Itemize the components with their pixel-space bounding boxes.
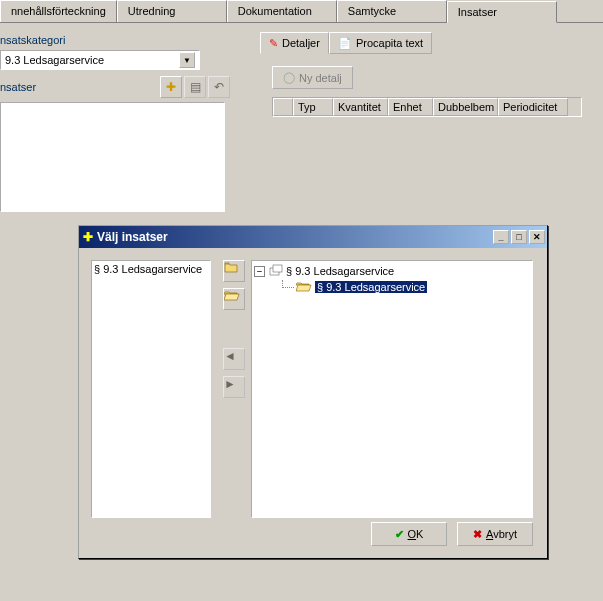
tab-samtycke[interactable]: Samtycke xyxy=(337,0,447,22)
folder-buttons xyxy=(221,260,245,316)
add-insats-button[interactable]: ✚ xyxy=(160,76,182,98)
move-right-button: ► xyxy=(223,376,245,398)
folders-icon xyxy=(269,263,283,279)
new-detail-button: ◯ Ny detalj xyxy=(272,66,353,89)
th-typ[interactable]: Typ xyxy=(293,98,333,116)
chevron-right-icon: ► xyxy=(224,377,236,391)
edit-insats-button: ▤ xyxy=(184,76,206,98)
svg-rect-1 xyxy=(273,265,282,272)
close-button[interactable]: ✕ xyxy=(529,230,545,244)
selected-item[interactable]: § 9.3 Ledsagarservice xyxy=(94,263,202,275)
kategori-value: 9.3 Ledsagarservice xyxy=(5,54,104,66)
folder-closed-icon xyxy=(224,261,238,273)
check-icon: ✔ xyxy=(395,528,404,541)
tree-line xyxy=(282,280,294,288)
dialog-titlebar[interactable]: ✚ Välj insatser _ □ ✕ xyxy=(79,226,547,248)
details-icon: ✎ xyxy=(269,37,278,50)
cancel-button[interactable]: ✖ Avbryt xyxy=(457,522,533,546)
insatser-label: nsatser xyxy=(0,81,158,93)
th-dubbelbem[interactable]: Dubbelbem xyxy=(433,98,498,116)
subtab-detaljer[interactable]: ✎ Detaljer xyxy=(260,32,329,54)
tree-child-row[interactable]: § 9.3 Ledsagarservice xyxy=(254,279,530,295)
cross-icon: ✖ xyxy=(473,528,482,541)
th-enhet[interactable]: Enhet xyxy=(388,98,433,116)
tree-child-label: § 9.3 Ledsagarservice xyxy=(315,281,427,293)
new-detail-label: Ny detalj xyxy=(299,72,342,84)
subtab-procapita[interactable]: 📄 Procapita text xyxy=(329,32,432,54)
tab-insatser[interactable]: Insatser xyxy=(447,1,557,23)
kategori-select[interactable]: 9.3 Ledsagarservice ▼ xyxy=(0,50,200,70)
dialog-body: § 9.3 Ledsagarservice ◄ ► − § 9.3 Ledsag… xyxy=(79,248,547,558)
minimize-button[interactable]: _ xyxy=(493,230,509,244)
tab-dokumentation[interactable]: Dokumentation xyxy=(227,0,337,22)
tree-root-row[interactable]: − § 9.3 Ledsagarservice xyxy=(254,263,530,279)
kategori-label: nsatskategori xyxy=(0,34,230,46)
left-panel: nsatskategori 9.3 Ledsagarservice ▼ nsat… xyxy=(0,28,230,212)
insatser-tree[interactable]: − § 9.3 Ledsagarservice § 9.3 Ledsagarse… xyxy=(251,260,533,518)
dropdown-icon[interactable]: ▼ xyxy=(179,52,195,68)
th-kvantitet[interactable]: Kvantitet xyxy=(333,98,388,116)
right-panel: ✎ Detaljer 📄 Procapita text ◯ Ny detalj … xyxy=(260,28,603,117)
tab-innehall[interactable]: nnehållsförteckning xyxy=(0,0,117,22)
valj-insatser-dialog: ✚ Välj insatser _ □ ✕ § 9.3 Ledsagarserv… xyxy=(78,225,548,559)
cancel-label: Avbryt xyxy=(486,528,517,540)
tree-root-label: § 9.3 Ledsagarservice xyxy=(286,265,394,277)
subtab-procapita-label: Procapita text xyxy=(356,37,423,49)
details-table-header: Typ Kvantitet Enhet Dubbelbem Periodicit… xyxy=(272,97,582,117)
main-tab-bar: nnehållsförteckning Utredning Dokumentat… xyxy=(0,0,603,23)
ok-button[interactable]: ✔ OK xyxy=(371,522,447,546)
circle-icon: ◯ xyxy=(283,71,295,84)
folder-open-button[interactable] xyxy=(223,288,245,310)
folder-closed-button[interactable] xyxy=(223,260,245,282)
folder-open-icon xyxy=(224,289,240,301)
subtab-bar: ✎ Detaljer 📄 Procapita text xyxy=(260,32,603,54)
chevron-left-icon: ◄ xyxy=(224,349,236,363)
tab-utredning[interactable]: Utredning xyxy=(117,0,227,22)
dialog-title: Välj insatser xyxy=(97,230,168,244)
text-icon: 📄 xyxy=(338,37,352,50)
ok-label: OK xyxy=(408,528,424,540)
maximize-button[interactable]: □ xyxy=(511,230,527,244)
collapse-icon[interactable]: − xyxy=(254,266,265,277)
dialog-button-row: ✔ OK ✖ Avbryt xyxy=(371,522,533,546)
move-left-button: ◄ xyxy=(223,348,245,370)
folder-open-icon xyxy=(296,280,312,294)
move-buttons: ◄ ► xyxy=(221,348,245,404)
th-blank[interactable] xyxy=(273,98,293,116)
selected-list[interactable]: § 9.3 Ledsagarservice xyxy=(91,260,211,518)
insatser-list[interactable] xyxy=(0,102,225,212)
delete-insats-button: ↶ xyxy=(208,76,230,98)
dialog-icon: ✚ xyxy=(83,230,93,244)
th-periodicitet[interactable]: Periodicitet xyxy=(498,98,568,116)
subtab-detaljer-label: Detaljer xyxy=(282,37,320,49)
